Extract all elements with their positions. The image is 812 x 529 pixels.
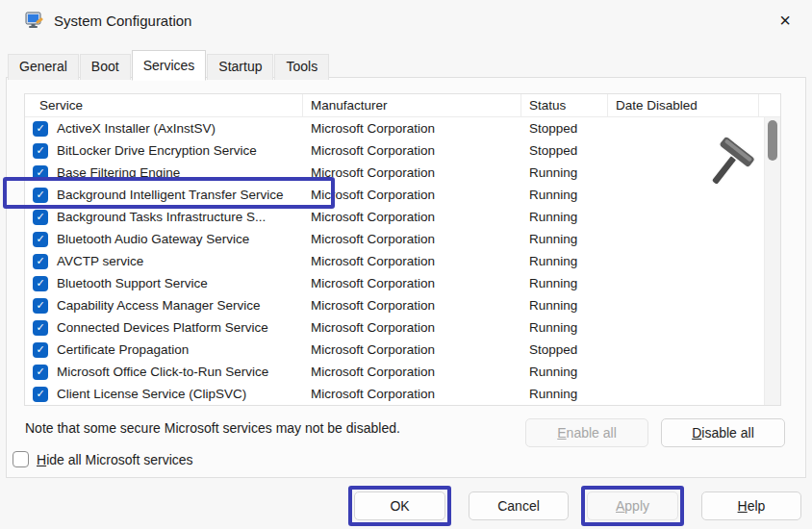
column-header-filler bbox=[759, 94, 780, 116]
service-enabled-checkbox[interactable]: ✓ bbox=[33, 387, 48, 402]
tab-startup[interactable]: Startup bbox=[207, 54, 273, 80]
tab-tools[interactable]: Tools bbox=[274, 54, 329, 80]
secure-services-note: Note that some secure Microsoft services… bbox=[25, 420, 400, 436]
status-value: Running bbox=[521, 254, 608, 268]
column-header-status[interactable]: Status bbox=[521, 94, 608, 116]
service-cell: ✓ Bluetooth Audio Gateway Service bbox=[25, 232, 303, 247]
table-row[interactable]: ✓ Bluetooth Audio Gateway Service Micros… bbox=[25, 228, 764, 250]
service-name: Bluetooth Support Service bbox=[57, 276, 208, 290]
enable-all-button[interactable]: Enable all bbox=[525, 418, 648, 447]
services-tab-page: Service Manufacturer Status Date Disable… bbox=[6, 77, 806, 478]
table-header: Service Manufacturer Status Date Disable… bbox=[25, 94, 780, 117]
vertical-scrollbar[interactable] bbox=[764, 117, 780, 405]
status-value: Running bbox=[521, 298, 608, 313]
manufacturer-value: Microsoft Corporation bbox=[303, 121, 521, 136]
status-value: Running bbox=[521, 165, 608, 180]
table-row[interactable]: ✓ ActiveX Installer (AxInstSV) Microsoft… bbox=[25, 117, 764, 139]
cancel-button[interactable]: Cancel bbox=[469, 491, 569, 520]
service-cell: ✓ Background Intelligent Transfer Servic… bbox=[25, 188, 303, 203]
status-value: Running bbox=[521, 232, 608, 246]
service-name: Client License Service (ClipSVC) bbox=[57, 387, 246, 401]
service-enabled-checkbox[interactable]: ✓ bbox=[33, 232, 48, 247]
tab-general[interactable]: General bbox=[8, 54, 79, 80]
msconfig-app-icon bbox=[25, 11, 44, 30]
service-cell: ✓ Client License Service (ClipSVC) bbox=[25, 387, 303, 402]
service-cell: ✓ Background Tasks Infrastructure S... bbox=[25, 210, 303, 225]
service-enabled-checkbox[interactable]: ✓ bbox=[33, 365, 48, 380]
service-name: ActiveX Installer (AxInstSV) bbox=[57, 121, 216, 136]
manufacturer-value: Microsoft Corporation bbox=[303, 276, 521, 290]
tab-boot[interactable]: Boot bbox=[80, 54, 131, 80]
table-row[interactable]: ✓ Background Tasks Infrastructure S... M… bbox=[25, 206, 764, 228]
status-value: Running bbox=[521, 387, 608, 401]
service-enabled-checkbox[interactable]: ✓ bbox=[33, 165, 48, 181]
table-row[interactable]: ✓ Background Intelligent Transfer Servic… bbox=[25, 184, 764, 206]
service-name: Microsoft Office Click-to-Run Service bbox=[57, 365, 268, 379]
service-enabled-checkbox[interactable]: ✓ bbox=[33, 254, 48, 269]
service-name: Bluetooth Audio Gateway Service bbox=[57, 232, 249, 246]
disable-all-button[interactable]: Disable all bbox=[661, 418, 785, 447]
column-header-service[interactable]: Service bbox=[25, 94, 303, 116]
manufacturer-value: Microsoft Corporation bbox=[303, 254, 521, 268]
table-row[interactable]: ✓ Microsoft Office Click-to-Run Service … bbox=[25, 361, 764, 383]
services-table: Service Manufacturer Status Date Disable… bbox=[24, 93, 781, 406]
service-name: Connected Devices Platform Service bbox=[57, 320, 268, 335]
close-button[interactable]: × bbox=[766, 5, 804, 36]
manufacturer-value: Microsoft Corporation bbox=[303, 188, 521, 202]
service-name: AVCTP service bbox=[57, 254, 143, 268]
hide-microsoft-services-label: Hide all Microsoft services bbox=[37, 452, 193, 467]
service-name: Background Intelligent Transfer Service bbox=[57, 188, 284, 202]
ok-button[interactable]: OK bbox=[354, 491, 445, 520]
manufacturer-value: Microsoft Corporation bbox=[303, 143, 521, 158]
hammer-cursor-icon bbox=[698, 135, 761, 194]
status-value: Running bbox=[521, 188, 608, 202]
table-row[interactable]: ✓ Capability Access Manager Service Micr… bbox=[25, 294, 764, 316]
manufacturer-value: Microsoft Corporation bbox=[303, 298, 521, 313]
service-cell: ✓ Capability Access Manager Service bbox=[25, 298, 303, 314]
service-enabled-checkbox[interactable]: ✓ bbox=[33, 298, 48, 314]
manufacturer-value: Microsoft Corporation bbox=[303, 342, 521, 357]
status-value: Running bbox=[521, 320, 608, 335]
status-value: Stopped bbox=[521, 121, 608, 136]
service-enabled-checkbox[interactable]: ✓ bbox=[33, 143, 48, 159]
service-name: Base Filtering Engine bbox=[57, 165, 180, 180]
table-row[interactable]: ✓ AVCTP service Microsoft Corporation Ru… bbox=[25, 250, 764, 272]
table-row[interactable]: ✓ Client License Service (ClipSVC) Micro… bbox=[25, 383, 764, 405]
table-row[interactable]: ✓ BitLocker Drive Encryption Service Mic… bbox=[25, 139, 764, 162]
manufacturer-value: Microsoft Corporation bbox=[303, 387, 521, 401]
system-configuration-window: System Configuration × General Boot Serv… bbox=[0, 0, 812, 529]
column-header-manufacturer[interactable]: Manufacturer bbox=[303, 94, 521, 116]
service-enabled-checkbox[interactable]: ✓ bbox=[33, 121, 48, 137]
service-cell: ✓ Base Filtering Engine bbox=[25, 165, 303, 181]
service-enabled-checkbox[interactable]: ✓ bbox=[33, 210, 48, 225]
help-button[interactable]: Help bbox=[701, 491, 801, 520]
service-cell: ✓ Connected Devices Platform Service bbox=[25, 320, 303, 336]
hide-microsoft-services-checkbox[interactable] bbox=[13, 451, 29, 467]
tab-services[interactable]: Services bbox=[132, 50, 207, 81]
window-title: System Configuration bbox=[54, 13, 191, 29]
service-cell: ✓ Microsoft Office Click-to-Run Service bbox=[25, 365, 303, 380]
scrollbar-thumb[interactable] bbox=[768, 120, 777, 161]
manufacturer-value: Microsoft Corporation bbox=[303, 210, 521, 224]
column-header-date-disabled[interactable]: Date Disabled bbox=[608, 94, 759, 116]
table-row[interactable]: ✓ Base Filtering Engine Microsoft Corpor… bbox=[25, 162, 764, 184]
service-name: Background Tasks Infrastructure S... bbox=[57, 210, 266, 224]
status-value: Running bbox=[521, 276, 608, 290]
status-value: Stopped bbox=[521, 143, 608, 158]
titlebar: System Configuration × bbox=[0, 0, 812, 40]
apply-button[interactable]: Apply bbox=[587, 491, 678, 520]
manufacturer-value: Microsoft Corporation bbox=[303, 365, 521, 379]
table-row[interactable]: ✓ Certificate Propagation Microsoft Corp… bbox=[25, 339, 764, 361]
table-row[interactable]: ✓ Bluetooth Support Service Microsoft Co… bbox=[25, 272, 764, 294]
service-enabled-checkbox[interactable]: ✓ bbox=[33, 320, 48, 336]
status-value: Stopped bbox=[521, 342, 608, 357]
service-enabled-checkbox[interactable]: ✓ bbox=[33, 188, 48, 203]
hide-microsoft-services-row[interactable]: Hide all Microsoft services bbox=[13, 451, 193, 467]
service-cell: ✓ BitLocker Drive Encryption Service bbox=[25, 143, 303, 159]
service-name: Certificate Propagation bbox=[57, 342, 189, 357]
service-cell: ✓ Bluetooth Support Service bbox=[25, 276, 303, 291]
table-row[interactable]: ✓ Connected Devices Platform Service Mic… bbox=[25, 316, 764, 339]
service-enabled-checkbox[interactable]: ✓ bbox=[33, 342, 48, 358]
service-enabled-checkbox[interactable]: ✓ bbox=[33, 276, 48, 291]
service-name: BitLocker Drive Encryption Service bbox=[57, 143, 257, 158]
